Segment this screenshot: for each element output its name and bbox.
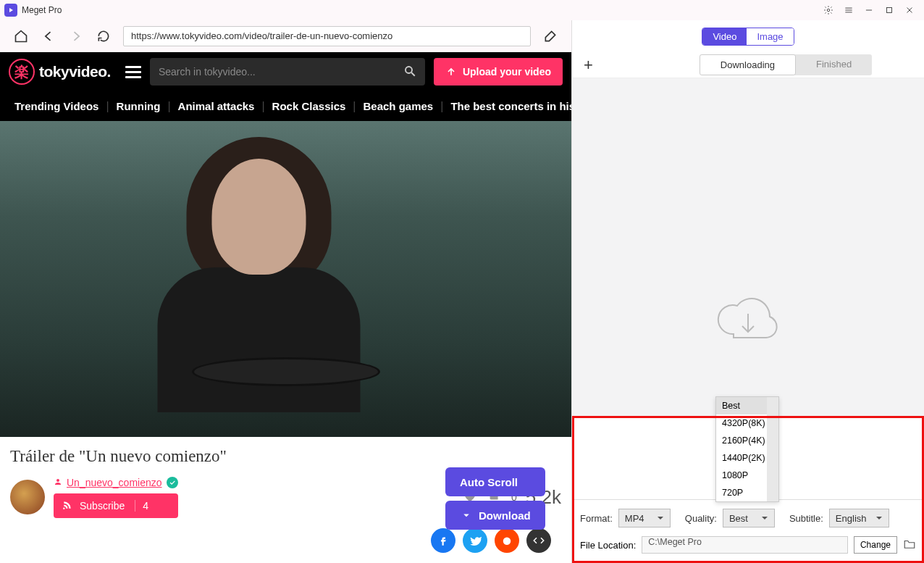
hamburger-icon[interactable] <box>125 66 141 78</box>
brush-icon[interactable] <box>542 28 558 44</box>
settings-icon[interactable] <box>818 0 839 20</box>
seg-video[interactable]: Video <box>702 28 747 45</box>
chevron-down-icon <box>657 514 664 522</box>
svg-point-10 <box>503 538 511 546</box>
download-tabs: + Downloading Finished <box>572 52 924 78</box>
video-title: Tráiler de "Un nuevo comienzo" <box>10 447 561 466</box>
nav-cat[interactable]: The best concerts in history <box>450 100 571 112</box>
search-icon[interactable] <box>403 64 416 80</box>
svg-rect-5 <box>887 8 892 13</box>
minimize-icon[interactable] <box>859 0 879 20</box>
uploader-link[interactable]: Un_nuevo_comienzo <box>67 477 162 488</box>
nav-cat[interactable]: Beach games <box>364 100 434 112</box>
reload-icon[interactable] <box>96 28 112 44</box>
menu-icon[interactable] <box>839 0 859 20</box>
nav-cat[interactable]: Running <box>117 100 161 112</box>
chevron-down-icon <box>761 514 768 522</box>
avatar[interactable] <box>10 480 45 514</box>
chevron-down-icon <box>875 514 883 522</box>
twitter-icon[interactable] <box>463 528 487 553</box>
nav-cat[interactable]: Animal attacks <box>178 100 255 112</box>
forward-icon[interactable] <box>68 28 84 44</box>
app-title: Meget Pro <box>22 5 62 15</box>
logo-icon: 楽 <box>9 59 35 85</box>
svg-line-9 <box>411 72 415 76</box>
close-icon[interactable] <box>899 0 920 20</box>
reddit-icon[interactable] <box>495 528 519 553</box>
quality-select[interactable]: Best <box>723 509 775 527</box>
embed-icon[interactable] <box>526 528 551 553</box>
site-logo[interactable]: 楽 tokyvideo. <box>9 59 111 85</box>
rss-icon <box>62 500 72 512</box>
upload-button[interactable]: Upload your video <box>434 58 563 86</box>
file-location-input[interactable]: C:\Meget Pro <box>642 536 848 554</box>
quality-dropdown[interactable]: Best 4320P(8K) 2160P(4K) 1440P(2K) 1080P… <box>715 396 779 502</box>
subtitle-label: Subtitle: <box>789 513 823 524</box>
change-button[interactable]: Change <box>854 536 897 554</box>
tab-downloading[interactable]: Downloading <box>700 54 796 75</box>
video-player[interactable] <box>0 121 571 437</box>
maximize-icon[interactable] <box>879 0 899 20</box>
subtitle-select[interactable]: English <box>829 509 889 527</box>
verified-icon <box>167 477 178 488</box>
titlebar: Meget Pro <box>0 0 924 20</box>
nav-cat[interactable]: Rock Classics <box>272 100 346 112</box>
subscribe-count: 4 <box>135 500 148 512</box>
format-select[interactable]: MP4 <box>618 509 671 527</box>
user-icon <box>54 476 62 489</box>
logo-text: tokyvideo. <box>39 63 111 80</box>
seg-image[interactable]: Image <box>747 28 793 45</box>
download-icon <box>460 509 473 522</box>
back-icon[interactable] <box>41 28 56 44</box>
nav-cat[interactable]: Trending Videos <box>14 100 98 112</box>
file-location-label: File Location: <box>580 540 636 551</box>
mode-segment: Video Image <box>572 20 924 52</box>
cloud-download-icon <box>712 291 784 351</box>
browser-toolbar: https://www.tokyvideo.com/video/trailer-… <box>0 20 571 52</box>
home-icon[interactable] <box>13 28 29 44</box>
add-icon[interactable]: + <box>584 56 601 75</box>
facebook-icon[interactable] <box>431 528 455 553</box>
format-label: Format: <box>580 513 613 524</box>
category-nav: Trending Videos| Running| Animal attacks… <box>0 92 571 121</box>
folder-icon[interactable] <box>903 538 916 553</box>
site-search-input[interactable]: Search in tokyvideo... <box>150 58 425 86</box>
upload-label: Upload your video <box>463 66 551 78</box>
subscribe-label: Subscribe <box>80 500 125 512</box>
autoscroll-button[interactable]: Auto Scroll <box>445 467 545 496</box>
svg-point-8 <box>406 67 412 73</box>
search-placeholder: Search in tokyvideo... <box>159 66 256 78</box>
download-button[interactable]: Download <box>445 501 545 530</box>
tab-finished[interactable]: Finished <box>796 54 872 75</box>
app-icon <box>4 4 17 17</box>
subscribe-button[interactable]: Subscribe 4 <box>54 493 178 518</box>
quality-label: Quality: <box>685 513 717 524</box>
upload-icon <box>445 66 457 78</box>
svg-point-0 <box>827 9 830 12</box>
url-input[interactable]: https://www.tokyvideo.com/video/trailer-… <box>123 26 531 46</box>
site-header: 楽 tokyvideo. Search in tokyvideo... Uplo… <box>0 52 571 92</box>
